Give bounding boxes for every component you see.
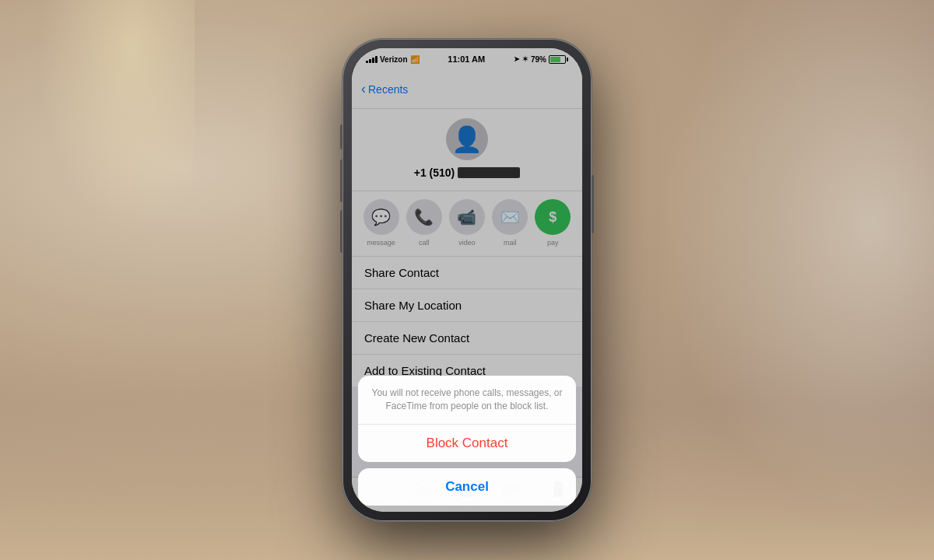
volume-down-button[interactable] [340,210,342,253]
action-sheet: You will not receive phone calls, messag… [352,376,582,512]
action-sheet-message: You will not receive phone calls, messag… [358,376,576,425]
bg-lamp-decoration [39,0,195,233]
power-button[interactable] [592,175,594,233]
silent-switch[interactable] [340,124,342,149]
bg-blur-decoration [623,0,934,560]
block-contact-button[interactable]: Block Contact [358,425,576,462]
cancel-button[interactable]: Cancel [358,468,576,506]
phone-wrapper: Verizon 📶 11:01 AM ➤ ✶ 79% [342,39,592,521]
phone-screen: Verizon 📶 11:01 AM ➤ ✶ 79% [352,48,582,512]
volume-up-button[interactable] [340,159,342,202]
cancel-card: Cancel [358,468,576,506]
block-action-card: You will not receive phone calls, messag… [358,376,576,462]
